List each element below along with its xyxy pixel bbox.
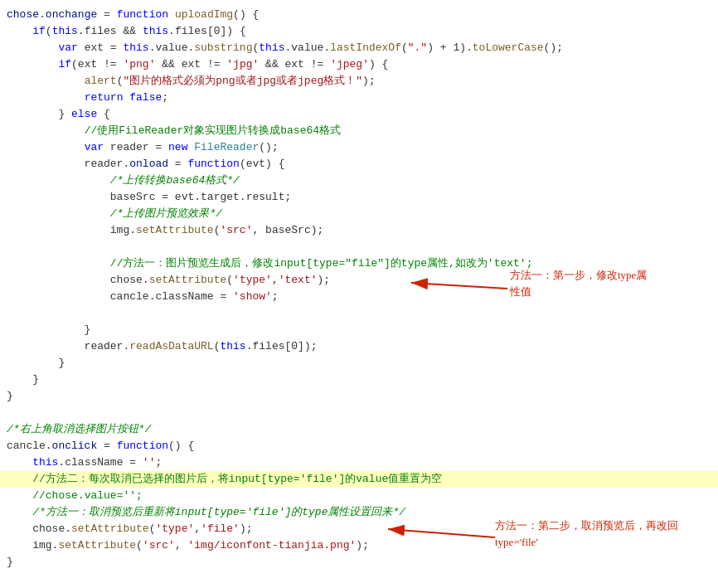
annotation-1: 方法一：第一步，修改type属性值 [510, 267, 647, 299]
code-line: } [0, 554, 718, 571]
code-line: if(ext != 'png' && ext != 'jpg' && ext !… [0, 56, 718, 73]
code-line: /*右上角取消选择图片按钮*/ [0, 421, 718, 438]
code-line: } [0, 388, 718, 405]
code-line: chose.onchange = function uploadImg() { [0, 7, 718, 23]
code-editor: chose.onchange = function uploadImg() { … [0, 0, 718, 588]
annotation-2: 方法一：第二步，取消预览后，再改回type='file' [495, 518, 678, 550]
code-line: baseSrc = evt.target.result; [0, 189, 718, 206]
code-line [0, 239, 718, 255]
code-line [0, 405, 718, 421]
code-line: //chose.value=''; [0, 488, 718, 504]
code-line: img.setAttribute('src', baseSrc); [0, 222, 718, 239]
code-line: this.className = ''; [0, 454, 718, 471]
code-line: } [0, 355, 718, 372]
code-line: /*上传转换base64格式*/ [0, 173, 718, 189]
code-line-highlighted: //方法二：每次取消已选择的图片后，将input[type='file']的va… [0, 471, 718, 488]
code-line: return false; [0, 90, 718, 106]
code-line: var ext = this.value.substring(this.valu… [0, 40, 718, 56]
code-line: } [0, 322, 718, 338]
code-line: /*上传图片预览效果*/ [0, 206, 718, 222]
code-line: reader.onload = function(evt) { [0, 156, 718, 173]
code-line [0, 571, 718, 587]
code-line: if(this.files && this.files[0]) { [0, 23, 718, 40]
code-line: reader.readAsDataURL(this.files[0]); [0, 338, 718, 355]
code-line: //使用FileReader对象实现图片转换成base64格式 [0, 123, 718, 139]
code-line: alert("图片的格式必须为png或者jpg或者jpeg格式！"); [0, 73, 718, 90]
code-line [0, 305, 718, 322]
code-line: var reader = new FileReader(); [0, 139, 718, 156]
code-line: cancle.onclick = function() { [0, 438, 718, 454]
code-line: } [0, 372, 718, 388]
code-line: } else { [0, 106, 718, 123]
